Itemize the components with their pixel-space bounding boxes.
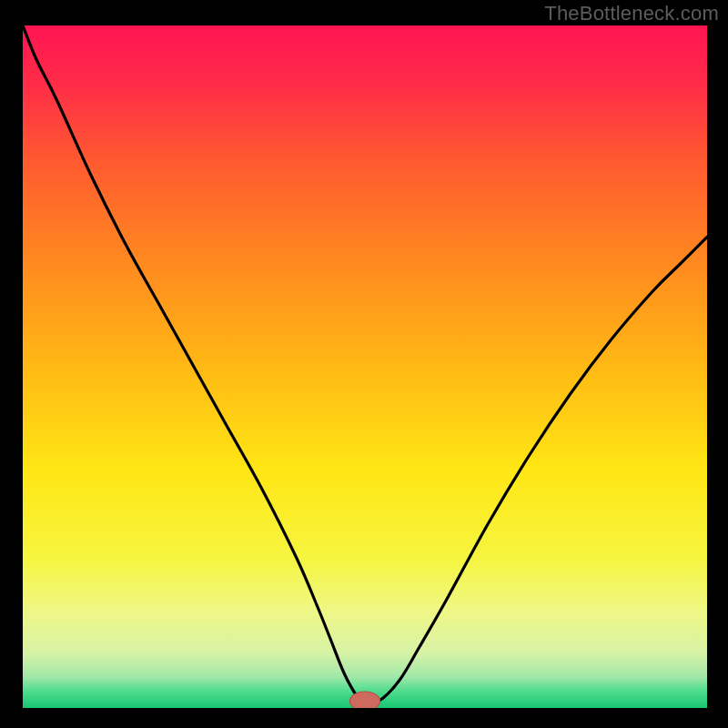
plot-area [23, 25, 707, 708]
watermark-text: TheBottleneck.com [544, 2, 719, 25]
gradient-background [23, 25, 707, 708]
chart-frame: TheBottleneck.com [0, 0, 728, 728]
optimal-point-marker [349, 692, 379, 708]
bottleneck-chart [23, 25, 707, 708]
